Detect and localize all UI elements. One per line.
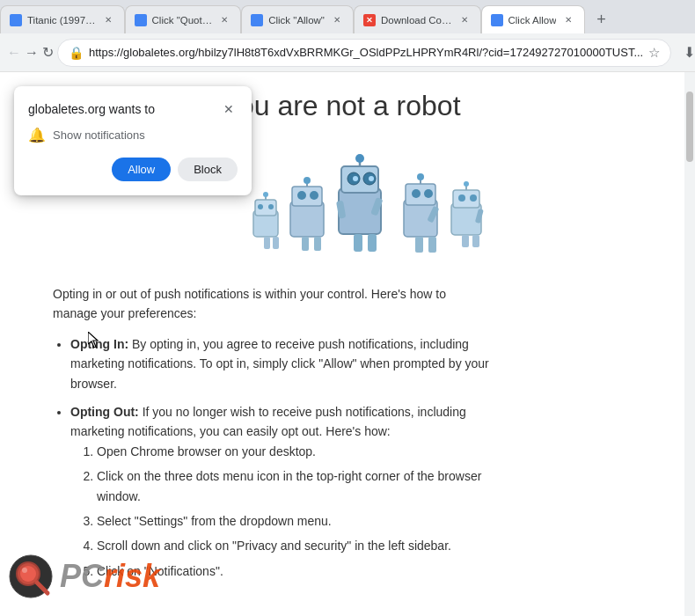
tab-2-close[interactable]: ✕ [217,13,231,27]
notification-label: Show notifications [53,128,145,142]
allow-button[interactable]: Allow [112,158,171,181]
refresh-button[interactable]: ↻ [42,39,54,67]
tab-4-label: Download Co… [381,15,452,26]
tab-bar: Titanic (1997… ✕ Click "Quot… ✕ Click "A… [0,0,695,33]
svg-rect-4 [264,237,270,249]
svg-rect-32 [415,237,423,253]
tab-5-close[interactable]: ✕ [561,13,575,27]
popup-buttons: Allow Block [28,158,238,181]
step-2: Click on the three dots menu icon in the… [97,466,493,506]
block-button[interactable]: Block [178,158,238,181]
step-3: Select "Settings" from the dropdown menu… [97,511,493,531]
toolbar: ← → ↻ 🔒 https://globaletes.org/hbilzy7lH… [0,33,695,72]
opting-in-item: Opting In: By opting in, you agree to re… [70,334,493,393]
svg-point-19 [353,176,358,181]
svg-point-15 [304,177,311,184]
svg-point-11 [310,191,318,200]
svg-rect-41 [462,235,469,247]
svg-point-7 [263,192,268,197]
bullet-list: Opting In: By opting in, you agree to re… [70,334,493,581]
tab-2-favicon [135,14,147,26]
tab-2[interactable]: Click "Quot… ✕ [125,5,242,33]
url-text: https://globaletes.org/hbilzy7lH8t8T6xdV… [89,46,643,59]
watermark-pc: PC [60,558,104,594]
download-button[interactable]: ⬇ [675,39,695,67]
security-icon: 🔒 [69,46,84,60]
svg-rect-12 [302,237,309,251]
tab-1-label: Titanic (1997… [27,15,96,26]
svg-rect-33 [428,237,436,253]
svg-point-2 [258,204,263,209]
tab-3[interactable]: Click "Allow" ✕ [241,5,354,33]
svg-rect-13 [314,237,321,251]
intro-paragraph: Opting in or out of push notifications i… [53,284,493,324]
svg-point-30 [412,189,421,198]
tab-5-favicon [491,14,503,26]
robots-svg [238,140,501,263]
watermark: PCrisk [9,554,160,598]
tab-1-favicon [10,14,22,26]
tab-4-close[interactable]: ✕ [457,13,472,27]
svg-rect-23 [368,234,377,252]
tab-4-favicon: ✕ [363,14,376,26]
bell-icon: 🔔 [28,127,46,143]
opting-out-title: Opting Out: [70,405,139,419]
svg-point-10 [297,191,306,200]
tab-3-close[interactable]: ✕ [330,13,344,27]
step-1: Open Chrome browser on your desktop. [97,442,493,461]
browser-frame: Titanic (1997… ✕ Click "Quot… ✕ Click "A… [0,0,695,616]
popup-notification-row: 🔔 Show notifications [28,127,238,143]
new-tab-button[interactable]: + [589,7,613,32]
tab-2-label: Click "Quot… [152,15,213,26]
svg-rect-5 [273,237,279,249]
opting-in-text: By opting in, you agree to receive push … [70,337,489,391]
popup-title: globaletes.org wants to [28,102,155,116]
svg-point-44 [464,181,469,187]
popup-header: globaletes.org wants to ✕ [28,100,238,118]
tab-4[interactable]: ✕ Download Co… ✕ [354,5,481,33]
svg-point-35 [417,173,424,180]
svg-point-25 [355,154,364,163]
svg-point-21 [369,176,374,181]
page-text: Opting in or out of push notifications i… [53,284,493,581]
tab-3-label: Click "Allow" [268,15,325,26]
bookmark-star-icon[interactable]: ☆ [648,45,660,61]
svg-rect-22 [354,234,362,252]
tab-5[interactable]: Click Allow ✕ [481,5,586,33]
opting-in-title: Opting In: [70,337,128,351]
svg-point-48 [20,566,36,582]
svg-point-3 [268,204,274,209]
tab-5-label: Click Allow [508,15,557,26]
address-bar[interactable]: 🔒 https://globaletes.org/hbilzy7lH8t8T6x… [57,39,671,67]
tab-3-favicon [251,14,263,26]
step-4: Scroll down and click on "Privacy and se… [97,536,493,555]
svg-rect-42 [472,235,479,247]
back-button[interactable]: ← [7,39,21,67]
page-content: globaletes.org wants to ✕ 🔔 Show notific… [0,72,695,616]
popup-close-button[interactable]: ✕ [220,100,238,118]
svg-point-40 [470,194,477,202]
svg-point-31 [424,189,433,198]
watermark-text: PCrisk [60,561,160,592]
scrollbar[interactable] [684,72,695,616]
watermark-logo-svg [9,554,53,598]
tab-1-close[interactable]: ✕ [101,13,115,27]
tab-1[interactable]: Titanic (1997… ✕ [0,5,125,33]
scrollbar-thumb[interactable] [686,92,693,162]
toolbar-right: ⬇ 👤 ⋮ [675,39,695,67]
svg-point-49 [22,568,27,573]
forward-button[interactable]: → [25,39,39,67]
notification-popup: globaletes.org wants to ✕ 🔔 Show notific… [14,86,252,195]
svg-rect-8 [290,202,324,237]
svg-point-39 [458,194,465,202]
watermark-risk: risk [104,558,160,594]
